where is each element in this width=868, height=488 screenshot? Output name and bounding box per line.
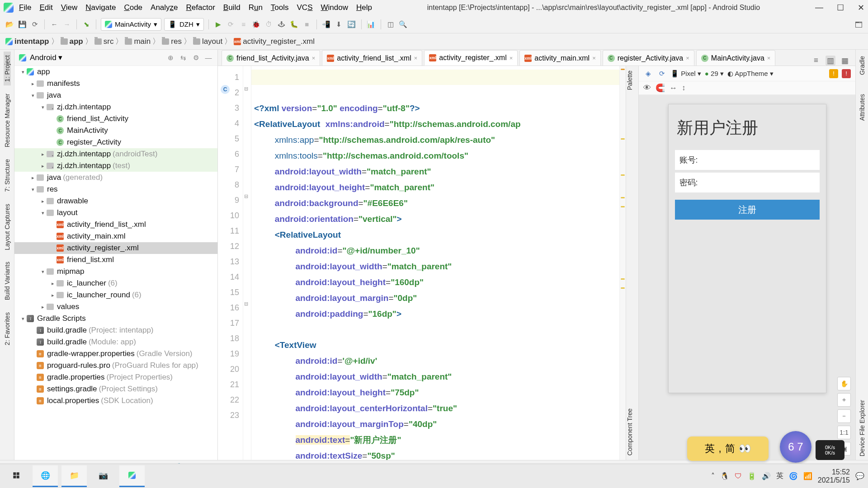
theme-select[interactable]: ◐ AppTheme ▾ (727, 70, 774, 78)
tree-item[interactable]: ▸ic_launcher(6) (14, 277, 217, 289)
app-insights-icon[interactable]: 📊 (366, 19, 376, 29)
rail-build-variants[interactable]: Build Variants (4, 258, 11, 304)
error-stripe[interactable] (619, 66, 626, 460)
minimize-button[interactable]: — (815, 3, 823, 13)
bc-item[interactable]: main (125, 37, 151, 46)
device-dropdown[interactable]: 📱 DZH ▾ (164, 18, 204, 31)
tray-qq-icon[interactable]: 🐧 (720, 472, 729, 480)
zoom-reset-icon[interactable]: 1:1 (837, 426, 851, 439)
tree-item[interactable]: xmlactivity_register_.xml (14, 242, 217, 254)
menu-navigate[interactable]: Navigate (85, 3, 116, 12)
task-android-studio[interactable] (119, 465, 145, 487)
ime-widget[interactable]: 英, 简 👀 (687, 436, 769, 461)
tree-item[interactable]: ▾⟟Gradle Scripts (14, 313, 217, 324)
back-icon[interactable]: ← (49, 19, 59, 29)
tray-shield-icon[interactable]: 🛡 (735, 472, 742, 480)
tree-item[interactable]: ▾app (14, 66, 217, 78)
project-tree[interactable]: ▾app▸manifests▾java▾zj.dzh.intentappCfri… (14, 66, 217, 460)
zoom-out-icon[interactable]: － (837, 409, 851, 423)
editor-tab[interactable]: Cfriend_list_Activity.java× (222, 50, 320, 66)
debug-run-icon[interactable]: ≡ (239, 19, 249, 29)
coverage-icon[interactable]: 🐛 (289, 19, 299, 29)
security-widget[interactable]: 6 7 (780, 431, 811, 463)
rail-gradle[interactable]: Gradle (859, 52, 866, 79)
code-view-icon[interactable]: ≡ (811, 56, 821, 66)
design-view-icon[interactable]: ▦ (840, 56, 850, 66)
open-icon[interactable]: 📂 (5, 19, 14, 29)
bc-item[interactable]: src (94, 37, 114, 46)
fold-column[interactable]: ⊟ ⊟ ⊟ (243, 66, 251, 460)
pan-icon[interactable]: ✋ (837, 377, 851, 390)
rail-device-file-explorer[interactable]: Device File Explorer (859, 396, 866, 460)
tree-item[interactable]: Cfriend_list_Activity (14, 113, 217, 125)
tray-ime-icon[interactable]: 英 (776, 471, 783, 481)
tray-up-icon[interactable]: ˄ (711, 472, 715, 480)
sync-gradle-icon[interactable]: 🔄 (347, 19, 357, 29)
notification-icon[interactable]: 💬 (855, 472, 864, 480)
rail-attributes[interactable]: Attributes (859, 90, 866, 124)
rail-layout-captures[interactable]: Layout Captures (4, 200, 11, 254)
device-select[interactable]: 📱 Pixel ▾ (670, 70, 701, 78)
taskbar-clock[interactable]: 15:52 2021/5/15 (818, 468, 850, 484)
tree-item[interactable]: ≡settings.gradle(Project Settings) (14, 383, 217, 395)
tree-item[interactable]: ▾zj.dzh.intentapp (14, 101, 217, 113)
tree-item[interactable]: ⟟build.gradle(Module: app) (14, 336, 217, 348)
tree-item[interactable]: CMainActivity (14, 125, 217, 136)
horizontal-arrows-icon[interactable]: ↔ (670, 84, 677, 93)
vertical-arrows-icon[interactable]: ↕ (682, 84, 686, 93)
tray-sync-icon[interactable]: 🌀 (789, 472, 798, 480)
tree-item[interactable]: ▸manifests (14, 78, 217, 89)
tree-item[interactable]: ▸java(generated) (14, 172, 217, 183)
menu-tools[interactable]: Tools (271, 3, 289, 12)
tree-item[interactable]: ▾res (14, 183, 217, 195)
run-icon[interactable]: ▶ (213, 19, 223, 29)
collapse-icon[interactable]: ⇆ (179, 53, 188, 62)
fold-icon[interactable]: ⊟ (244, 86, 248, 92)
bc-item[interactable]: res (162, 37, 182, 46)
tree-item[interactable]: ▾java (14, 89, 217, 101)
profile-icon[interactable]: ⏱ (264, 19, 274, 29)
apply-changes-icon[interactable]: ⟳ (226, 19, 236, 29)
tree-item[interactable]: ▸zj.dzh.intentapp(androidTest) (14, 148, 217, 160)
warnings-badge[interactable]: ! (829, 69, 838, 78)
menu-view[interactable]: View (61, 3, 78, 12)
target-icon[interactable]: ⊕ (166, 53, 175, 62)
tree-item[interactable]: ▸ic_launcher_round(6) (14, 289, 217, 301)
close-button[interactable]: ✕ (858, 3, 864, 13)
device-frame[interactable]: 新用户注册 账号: 密码: 注册 (668, 104, 826, 393)
tree-item[interactable]: ≡proguard-rules.pro(ProGuard Rules for a… (14, 360, 217, 371)
editor-tab[interactable]: xmlactivity_friend_list_.xml× (322, 50, 422, 66)
gutter[interactable]: C 1234567891011121314151617181920212223 (218, 66, 243, 460)
sync-icon[interactable]: ⟳ (30, 19, 40, 29)
tree-item[interactable]: xmlfriend_list.xml (14, 254, 217, 266)
magnet-icon[interactable]: 🧲 (656, 83, 665, 93)
editor-tab[interactable]: xmlactivity_register_.xml× (424, 50, 518, 66)
forward-icon[interactable]: → (62, 19, 72, 29)
emulator-icon[interactable]: 🗔 (854, 20, 863, 30)
menu-help[interactable]: Help (356, 3, 372, 12)
tree-item[interactable]: ≡gradle-wrapper.properties(Gradle Versio… (14, 348, 217, 360)
rail-resource-manager[interactable]: Resource Manager (4, 90, 11, 151)
task-explorer[interactable]: 📁 (61, 465, 87, 487)
tray-battery-icon[interactable]: 🔋 (747, 472, 756, 480)
eye-icon[interactable]: 👁 (643, 84, 651, 93)
task-camera[interactable]: 📷 (90, 465, 116, 487)
close-tab-icon[interactable]: × (767, 55, 771, 61)
tray-speaker-icon[interactable]: 🔊 (762, 472, 771, 480)
editor-tab[interactable]: xmlactivity_main.xml× (519, 50, 600, 66)
run-config-dropdown[interactable]: MainActivity ▾ (101, 18, 161, 31)
bc-item[interactable]: app (61, 37, 83, 46)
attach-debugger-icon[interactable]: 🕹 (277, 19, 287, 29)
editor-tab[interactable]: Cregister_Activity.java× (603, 50, 694, 66)
view-options-icon[interactable]: ◈ (643, 69, 653, 79)
close-tab-icon[interactable]: × (509, 55, 513, 61)
close-tab-icon[interactable]: × (686, 55, 689, 61)
menu-edit[interactable]: Edit (39, 3, 52, 12)
tree-item[interactable]: xmlactivity_main.xml (14, 230, 217, 242)
bc-item[interactable]: layout (193, 37, 222, 46)
hammer-icon[interactable]: ⬊ (81, 19, 91, 29)
code-editor[interactable]: <?xml version="1.0" encoding="utf-8"?> <… (251, 66, 619, 460)
close-tab-icon[interactable]: × (312, 55, 316, 61)
task-browser[interactable]: 🌐 (33, 465, 58, 487)
tree-item[interactable]: ▸values (14, 301, 217, 313)
